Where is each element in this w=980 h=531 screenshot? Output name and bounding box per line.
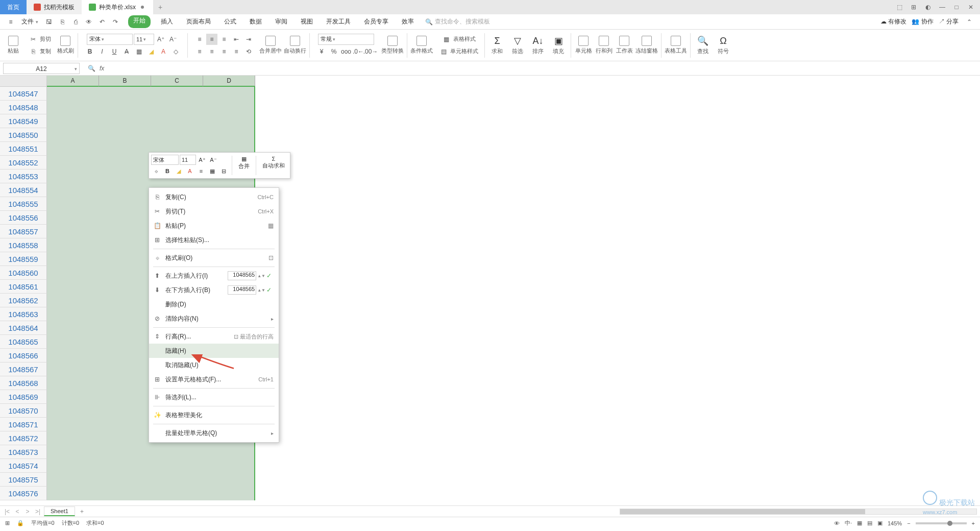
- tab-insert[interactable]: 插入: [158, 15, 176, 28]
- align-justify-icon[interactable]: ≡: [231, 46, 242, 57]
- minimize-button[interactable]: —: [937, 2, 947, 12]
- increase-font-icon[interactable]: A⁺: [155, 34, 166, 45]
- tab-add-button[interactable]: +: [153, 3, 167, 11]
- insert-above-count[interactable]: 1048565: [228, 271, 256, 280]
- col-header-d[interactable]: D: [203, 76, 255, 87]
- row-header[interactable]: 1048547: [0, 87, 47, 101]
- tab-review[interactable]: 审阅: [272, 15, 290, 28]
- strike-button[interactable]: A̶: [121, 46, 132, 57]
- find-button[interactable]: 🔍查找: [694, 35, 712, 55]
- select-all-corner[interactable]: [0, 76, 47, 87]
- preview-icon[interactable]: 👁: [83, 16, 94, 28]
- fill-color-button[interactable]: ◢: [145, 46, 157, 57]
- share-button[interactable]: ↗ 分享: [939, 17, 959, 26]
- saveas-icon[interactable]: ⎘: [57, 16, 68, 28]
- mini-clear-icon[interactable]: ⊟: [218, 166, 229, 176]
- inc-decimal-icon[interactable]: .0←: [353, 46, 364, 57]
- sort-button[interactable]: A↓排序: [529, 36, 547, 55]
- mini-align-icon[interactable]: ≡: [196, 166, 206, 176]
- underline-button[interactable]: U: [109, 46, 120, 57]
- align-right-icon[interactable]: ≡: [218, 46, 230, 57]
- row-header[interactable]: 1048550: [0, 128, 47, 142]
- layout-icon[interactable]: ⬚: [894, 2, 904, 12]
- view-preview-icon[interactable]: ▣: [877, 520, 883, 526]
- mini-size-select[interactable]: 11: [180, 155, 196, 165]
- row-header[interactable]: 1048566: [0, 349, 47, 363]
- row-header[interactable]: 1048554: [0, 183, 47, 197]
- copy-icon[interactable]: ⎘: [28, 46, 39, 57]
- cloud-changes[interactable]: ☁ 有修改: [880, 17, 906, 26]
- align-top-icon[interactable]: ≡: [194, 34, 205, 45]
- sheet-nav-prev[interactable]: <: [13, 508, 21, 515]
- ctx-filter-col[interactable]: ⊪筛选列(L)...: [149, 390, 279, 404]
- zoom-slider[interactable]: [916, 522, 967, 524]
- dec-decimal-icon[interactable]: .00→: [365, 46, 376, 57]
- italic-button[interactable]: I: [96, 46, 108, 57]
- align-middle-icon[interactable]: ≡: [206, 34, 217, 45]
- ctx-insert-below[interactable]: ⬇在下方插入行(B)1048565▲▼✓: [149, 283, 279, 297]
- maximize-button[interactable]: □: [951, 2, 962, 12]
- ctx-format-cells[interactable]: ⊞设置单元格格式(F)...Ctrl+1: [149, 372, 279, 387]
- row-header[interactable]: 1048568: [0, 376, 47, 390]
- sheet-add-button[interactable]: +: [77, 508, 87, 515]
- tab-efficiency[interactable]: 效率: [399, 15, 417, 28]
- user-icon[interactable]: ◐: [923, 2, 933, 12]
- save-icon[interactable]: 🖫: [43, 16, 55, 28]
- ctx-cut[interactable]: ✂剪切(T)Ctrl+X: [149, 204, 279, 219]
- indent-dec-icon[interactable]: ⇤: [231, 34, 242, 45]
- percent-icon[interactable]: %: [328, 46, 339, 57]
- tab-developer[interactable]: 开发工具: [323, 15, 354, 28]
- decrease-font-icon[interactable]: A⁻: [167, 34, 179, 45]
- tab-home[interactable]: 首页: [0, 0, 27, 14]
- bold-button[interactable]: B: [84, 46, 95, 57]
- cells-button[interactable]: 单元格: [574, 36, 593, 55]
- freeze-button[interactable]: 冻结窗格: [635, 36, 658, 55]
- file-menu[interactable]: 文件▾: [18, 16, 41, 27]
- row-header[interactable]: 1048564: [0, 321, 47, 335]
- table-style-icon[interactable]: ▦: [441, 34, 452, 45]
- row-header[interactable]: 1048558: [0, 238, 47, 252]
- fill-button[interactable]: ▣填充: [549, 35, 568, 55]
- filter-button[interactable]: ▽筛选: [508, 35, 527, 55]
- row-header[interactable]: 1048553: [0, 170, 47, 183]
- row-header[interactable]: 1048562: [0, 294, 47, 307]
- row-header[interactable]: 1048548: [0, 101, 47, 114]
- ctx-hide[interactable]: 隐藏(H): [149, 344, 279, 358]
- tab-data[interactable]: 数据: [247, 15, 265, 28]
- sheet-tab-1[interactable]: Sheet1: [44, 506, 75, 516]
- type-convert-button[interactable]: 类型转换: [381, 36, 404, 55]
- symbol-button[interactable]: Ω符号: [714, 36, 732, 55]
- row-header[interactable]: 1048567: [0, 363, 47, 376]
- tab-pagelayout[interactable]: 页面布局: [183, 15, 214, 28]
- mini-autosum-button[interactable]: Σ自动求和: [259, 155, 288, 176]
- row-header[interactable]: 1048572: [0, 431, 47, 445]
- cond-format-button[interactable]: 条件格式: [410, 36, 433, 55]
- ctx-batch[interactable]: 批量处理单元格(Q)▸: [149, 426, 279, 440]
- border-button[interactable]: ▦: [133, 46, 144, 57]
- view-page-icon[interactable]: ▤: [867, 520, 872, 526]
- ctx-beautify[interactable]: ✨表格整理美化: [149, 408, 279, 422]
- undo-icon[interactable]: ↶: [96, 16, 108, 28]
- row-header[interactable]: 1048560: [0, 266, 47, 280]
- row-header[interactable]: 1048571: [0, 418, 47, 431]
- ctx-copy[interactable]: ⎘复制(C)Ctrl+C: [149, 190, 279, 204]
- collapse-ribbon-icon[interactable]: ⌃: [964, 16, 975, 28]
- row-header[interactable]: 1048556: [0, 211, 47, 225]
- tab-formula[interactable]: 公式: [221, 15, 239, 28]
- orientation-icon[interactable]: ⟲: [243, 46, 254, 57]
- row-header[interactable]: 1048563: [0, 307, 47, 321]
- row-header[interactable]: 1048569: [0, 390, 47, 404]
- close-button[interactable]: ✕: [966, 2, 976, 12]
- zoom-in-button[interactable]: +: [972, 520, 975, 526]
- ime-icon[interactable]: 中·: [845, 519, 852, 527]
- row-header[interactable]: 1048557: [0, 225, 47, 238]
- fx-label[interactable]: fx: [100, 65, 104, 72]
- ctx-unhide[interactable]: 取消隐藏(U): [149, 358, 279, 372]
- align-left-icon[interactable]: ≡: [194, 46, 205, 57]
- thousand-icon[interactable]: ooo: [340, 46, 352, 57]
- align-center-icon[interactable]: ≡: [206, 46, 217, 57]
- tab-file[interactable]: 种类单价.xlsx: [82, 0, 153, 14]
- worksheet-button[interactable]: 工作表: [615, 36, 633, 55]
- number-format-select[interactable]: 常规▾: [318, 34, 374, 45]
- ctx-insert-above[interactable]: ⬆在上方插入行(I)1048565▲▼✓: [149, 269, 279, 283]
